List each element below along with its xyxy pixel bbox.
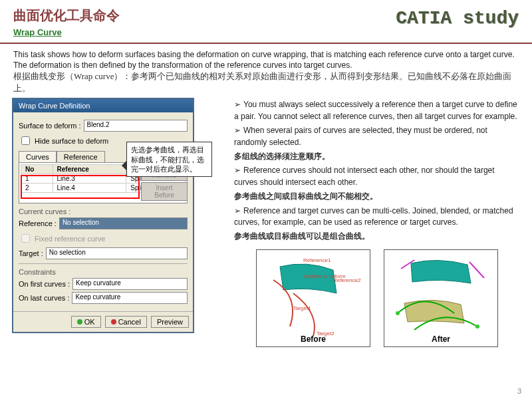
bullet-1: You must always select successively a re…: [234, 99, 520, 122]
fixed-ref-checkbox: [21, 234, 30, 243]
left-panel: 先选参考曲线，再选目标曲线，不能打乱，选完一对后在此显示。 Wrap Curve…: [12, 98, 225, 346]
tab-curves[interactable]: Curves: [19, 151, 57, 162]
callout-note: 先选参考曲线，再选目标曲线，不能打乱，选完一对后在此显示。: [126, 142, 212, 177]
bullet-z3: 参考曲线或目标曲线可以是组合曲线。: [234, 231, 520, 242]
svg-point-7: [396, 311, 400, 315]
hide-surface-checkbox[interactable]: [21, 136, 30, 145]
intro-en2: The deformation is then defined by the t…: [13, 60, 519, 70]
svg-text:Surface to deform: Surface to deform: [303, 273, 346, 279]
insert-before-button[interactable]: Insert Before: [141, 182, 188, 201]
last-curves-field[interactable]: Keep curvature: [72, 292, 188, 304]
before-label: Before: [301, 334, 326, 344]
ok-icon: [77, 319, 82, 325]
header: 曲面优化工具命令 Wrap Curve CATIA study: [0, 0, 532, 44]
preview-button[interactable]: Preview: [151, 316, 189, 328]
first-curves-label: On first curves :: [19, 280, 70, 288]
ok-button[interactable]: OK: [71, 316, 101, 328]
right-panel: You must always select successively a re…: [234, 98, 520, 346]
constraints-label: Constraints: [19, 268, 188, 276]
figure-before: Reference1 Reference2 Surface to deform …: [256, 249, 370, 347]
hide-surface-label: Hide surface to deform: [35, 137, 108, 145]
reference-field[interactable]: No selection: [59, 217, 188, 229]
svg-text:Reference1: Reference1: [303, 257, 331, 263]
surface-label: Surface to deform :: [19, 122, 81, 130]
figure-after: After: [384, 249, 498, 347]
svg-line-6: [469, 262, 484, 278]
bullet-4: Reference and target curves can be multi…: [234, 205, 520, 229]
current-curves-label: Current curves :: [19, 207, 188, 215]
last-curves-label: On last curves :: [19, 294, 69, 302]
fixed-ref-label: Fixed reference curve: [35, 235, 105, 243]
tab-reference[interactable]: Reference: [57, 151, 105, 162]
col-no: No: [21, 165, 53, 174]
bullet-z1: 多组线的选择须注意顺序。: [234, 151, 520, 162]
svg-text:Target1: Target1: [293, 305, 311, 311]
reference-label: Reference :: [19, 219, 57, 227]
page-subtitle: Wrap Curve: [13, 27, 519, 37]
intro-zh: 根据曲线变形（Wrap curve）：参考两个已知曲线的相对关系对原始曲面进行变…: [13, 70, 519, 94]
intro-block: This task shows how to deform surfaces b…: [0, 44, 532, 98]
intro-en1: This task shows how to deform surfaces b…: [13, 49, 519, 60]
target-label: Target :: [19, 249, 43, 257]
bullet-z2: 参考曲线之间或目标曲线之间不能相交。: [234, 191, 520, 202]
col-ref: Reference: [53, 165, 126, 174]
brand-logo: CATIA study: [396, 8, 519, 29]
after-label: After: [432, 334, 450, 344]
bullet-3: Reference curves should not intersect ea…: [234, 165, 520, 188]
surface-field[interactable]: Blend.2: [84, 120, 188, 132]
dialog-title: Wrap Curve Definition: [13, 99, 193, 112]
first-curves-field[interactable]: Keep curvature: [72, 278, 188, 290]
target-field[interactable]: No selection: [46, 247, 188, 259]
cancel-icon: [111, 319, 116, 325]
page-number: 3: [517, 387, 521, 395]
wrap-curve-dialog: Wrap Curve Definition Surface to deform …: [12, 98, 194, 333]
svg-point-8: [475, 325, 479, 329]
cancel-button[interactable]: Cancel: [105, 316, 147, 328]
bullet-2: When several pairs of curves are selecte…: [234, 125, 520, 148]
